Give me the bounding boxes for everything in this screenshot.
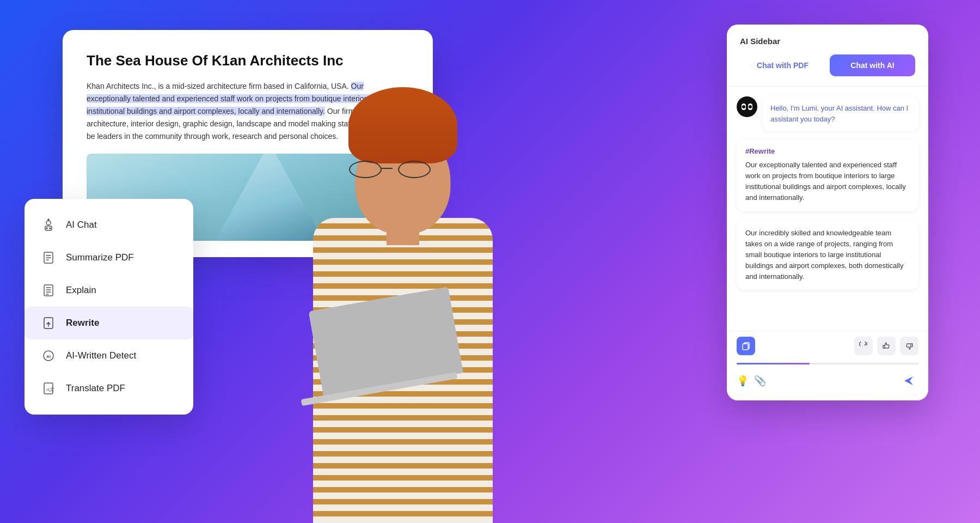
svg-point-5: [48, 219, 49, 220]
ai-input-icons: 💡 📎: [737, 375, 766, 387]
ai-detect-icon: AI: [40, 347, 57, 364]
sidebar-item-translate[interactable]: A 文 Translate PDF: [24, 372, 193, 405]
sidebar-item-rewrite-label: Rewrite: [66, 318, 99, 329]
ai-action-like-icon[interactable]: [877, 337, 896, 355]
svg-point-2: [46, 228, 47, 229]
sidebar-item-ai-chat-label: AI Chat: [66, 220, 97, 230]
ai-sidebar-title: AI Sidebar: [740, 37, 915, 46]
user-message-tag: #Rewrite: [745, 147, 910, 155]
svg-point-24: [742, 105, 745, 108]
svg-point-25: [749, 105, 752, 108]
svg-text:AI: AI: [46, 354, 51, 359]
ai-action-refresh-icon[interactable]: [854, 337, 873, 355]
ai-input-area: 💡 📎: [727, 367, 928, 400]
ai-sidebar-header: AI Sidebar Chat with PDF Chat with AI: [727, 25, 928, 87]
sidebar-item-ai-detect-label: AI-Written Detect: [66, 350, 136, 361]
lumi-bubble: Hello, I'm Lumi, your AI assistant. How …: [763, 96, 918, 131]
sidebar-item-explain[interactable]: Explain: [24, 274, 193, 307]
user-message-text: Our exceptionally talented and experienc…: [745, 160, 910, 204]
sidebar-item-ai-chat[interactable]: AI Chat: [24, 209, 193, 241]
svg-text:文: 文: [49, 387, 54, 392]
tab-chat-pdf[interactable]: Chat with PDF: [740, 54, 825, 76]
ai-tab-row: Chat with PDF Chat with AI: [740, 54, 915, 76]
lightbulb-icon[interactable]: 💡: [737, 375, 749, 387]
sidebar-item-ai-detect[interactable]: AI AI-Written Detect: [24, 339, 193, 372]
person-image-area: [191, 0, 615, 523]
rewrite-icon: [40, 314, 57, 332]
robot-icon: [40, 216, 57, 234]
progress-bar-container: [737, 363, 918, 364]
sidebar-item-explain-label: Explain: [66, 285, 96, 296]
progress-bar-fill: [737, 363, 810, 364]
svg-point-3: [50, 228, 51, 229]
ai-sidebar-panel: AI Sidebar Chat with PDF Chat with AI He…: [727, 25, 928, 400]
tab-chat-ai[interactable]: Chat with AI: [830, 54, 915, 76]
attach-icon[interactable]: 📎: [754, 375, 766, 387]
ai-action-bar: [727, 331, 928, 361]
sidebar-item-summarize-pdf[interactable]: Summarize PDF: [24, 241, 193, 274]
ai-messages-container: Hello, I'm Lumi, your AI assistant. How …: [727, 87, 928, 331]
ai-action-dislike-icon[interactable]: [900, 337, 918, 355]
sidebar-item-summarize-label: Summarize PDF: [66, 252, 134, 263]
sidebar-menu-card: AI Chat Summarize PDF Explain: [24, 199, 193, 415]
lumi-avatar: [737, 96, 757, 117]
svg-point-0: [46, 221, 51, 225]
ai-action-copy-icon[interactable]: [737, 337, 755, 355]
ai-reply-card: Our incredibly skilled and knowledgeable…: [737, 220, 918, 290]
explain-icon: [40, 282, 57, 299]
sidebar-item-rewrite[interactable]: Rewrite: [24, 307, 193, 339]
lumi-message: Hello, I'm Lumi, your AI assistant. How …: [737, 96, 918, 131]
summarize-icon: [40, 249, 57, 266]
user-rewrite-message: #Rewrite Our exceptionally talented and …: [737, 139, 918, 211]
send-button[interactable]: [899, 371, 918, 391]
svg-rect-26: [743, 344, 748, 350]
sidebar-item-translate-label: Translate PDF: [66, 383, 125, 394]
translate-icon: A 文: [40, 380, 57, 397]
